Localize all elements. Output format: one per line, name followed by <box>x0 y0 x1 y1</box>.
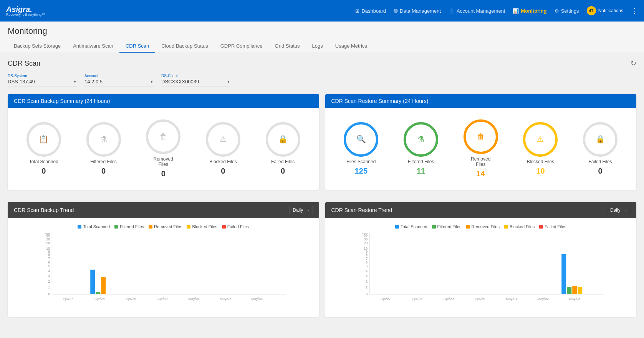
removed-icon: 🗑 <box>159 132 167 141</box>
legend-filtered-files: Filtered Files <box>114 224 144 229</box>
restore-chart-svg: 0 1 2 3 4 5 6 7 8 9 10 20 30 60 <box>331 233 631 310</box>
restore-scanned-label: Files Scanned <box>346 159 376 164</box>
backup-blocked-label: Blocked Files <box>209 159 237 164</box>
nav-monitoring[interactable]: 📊 Monitoring <box>513 8 546 14</box>
legend-total-scanned: Total Scanned <box>78 224 110 229</box>
notifications-area[interactable]: 47 Notifications <box>587 6 623 15</box>
backup-failed-value: 0 <box>281 167 285 176</box>
nav-settings[interactable]: ⚙ Settings <box>555 8 579 14</box>
backup-total-scanned-ring: 📋 <box>26 122 61 157</box>
ds-client-dropdown[interactable]: DSCXXXX00039 ▼ <box>161 79 230 86</box>
restore-summary-panel: CDR Scan Restore Summary (24 Hours) 🔍 Fi… <box>325 94 637 190</box>
restore-stat-circles: 🔍 Files Scanned 125 ⚗ Filtered Files 11 <box>331 116 631 182</box>
backup-filtered-ring: ⚗ <box>86 122 121 157</box>
account-management-icon: 👤 <box>449 8 455 14</box>
restore-trend-dropdown[interactable]: Daily <box>607 206 630 214</box>
svg-text:30: 30 <box>46 237 50 241</box>
svg-text:May/03: May/03 <box>569 297 580 301</box>
logo-subtitle: Recovery is Everything™ <box>6 13 45 17</box>
filtered-icon: ⚗ <box>100 134 107 144</box>
svg-text:Apr/29: Apr/29 <box>126 297 136 301</box>
backup-blocked-files: ⚠ Blocked Files 0 <box>206 122 240 176</box>
tab-antimalware-scan[interactable]: Antimalware Scan <box>67 40 119 53</box>
backup-trend-dropdown[interactable]: Daily <box>290 206 313 214</box>
svg-text:5: 5 <box>366 264 368 268</box>
tab-bar: Backup Sets Storage Antimalware Scan CDR… <box>8 40 636 53</box>
nav-account-management[interactable]: 👤 Account Management <box>449 8 505 14</box>
svg-text:0: 0 <box>366 292 368 296</box>
main-content: CDR Scan ↻ DS-System DSS-137.49 ▼ Accoun… <box>0 53 644 323</box>
nav-links: ⊞ Dashboard ⛃ Data Management 👤 Account … <box>355 6 638 15</box>
svg-text:May/01: May/01 <box>506 297 517 301</box>
cdr-scan-header: CDR Scan ↻ <box>8 59 636 68</box>
backup-trend-header: CDR Scan Backup Trend Daily <box>8 202 319 218</box>
svg-text:6: 6 <box>366 260 368 264</box>
ds-client-selector: DS-Client DSCXXXX00039 ▼ <box>161 74 230 86</box>
restore-trend-title: CDR Scan Restore Trend <box>331 207 392 213</box>
total-scanned-icon: 📋 <box>39 134 48 144</box>
ds-client-arrow-icon: ▼ <box>227 80 230 84</box>
svg-text:3: 3 <box>48 274 50 278</box>
tab-gdpr-compliance[interactable]: GDPR Compliance <box>214 40 269 53</box>
restore-trend-body: Total Scanned Filtered Files Removed Fil… <box>325 218 637 317</box>
restore-trend-header: CDR Scan Restore Trend Daily <box>325 202 637 218</box>
nav-dashboard[interactable]: ⊞ Dashboard <box>355 8 386 14</box>
restore-removed-files: 🗑 Removed Files 14 <box>464 119 498 178</box>
restore-failed-value: 0 <box>598 167 603 176</box>
tab-grid-status[interactable]: Grid Status <box>269 40 306 53</box>
backup-filtered-value: 0 <box>101 167 106 176</box>
backup-total-scanned-label: Total Scanned <box>29 159 58 164</box>
backup-trend-legend: Total Scanned Filtered Files Removed Fil… <box>14 224 313 229</box>
restore-removed-value: 14 <box>477 169 485 178</box>
backup-trend-panel: CDR Scan Backup Trend Daily Total Scanne… <box>8 202 319 317</box>
ds-system-dropdown[interactable]: DSS-137.49 ▼ <box>8 79 77 86</box>
data-management-icon: ⛃ <box>394 8 398 14</box>
svg-text:1: 1 <box>48 285 50 289</box>
more-menu-icon[interactable]: ⋮ <box>631 7 638 15</box>
svg-text:1: 1 <box>366 285 368 289</box>
restore-files-scanned: 🔍 Files Scanned 125 <box>344 122 378 176</box>
backup-blocked-ring: ⚠ <box>206 122 240 157</box>
svg-text:May/01: May/01 <box>188 297 200 301</box>
restore-trend-legend: Total Scanned Filtered Files Removed Fil… <box>331 224 631 229</box>
selectors-row: DS-System DSS-137.49 ▼ Account 14.2.0.5 … <box>8 74 636 86</box>
dashboard-icon: ⊞ <box>355 8 359 14</box>
restore-blocked-label: Blocked Files <box>527 159 554 164</box>
legend-dot-red <box>222 225 226 229</box>
restore-failed-files: 🔒 Failed Files 0 <box>583 122 618 176</box>
svg-text:5: 5 <box>48 264 50 268</box>
restore-blocked-files: ⚠ Blocked Files 10 <box>523 122 558 176</box>
svg-text:Apr/27: Apr/27 <box>63 297 73 301</box>
restore-legend-failed-files: Failed Files <box>539 224 566 229</box>
restore-bar-total-scanned <box>561 254 566 294</box>
notifications-label: Notifications <box>598 8 623 13</box>
backup-trend-chart: 0 1 2 3 4 5 6 7 8 9 10 20 30 60 <box>14 233 313 311</box>
svg-text:Apr/28: Apr/28 <box>94 297 105 301</box>
account-selector: Account 14.2.0.5 ▼ <box>84 74 154 86</box>
tab-cloud-backup-status[interactable]: Cloud Backup Status <box>155 40 214 53</box>
svg-text:2: 2 <box>48 280 50 283</box>
backup-filtered-files: ⚗ Filtered Files 0 <box>86 122 121 176</box>
svg-text:2: 2 <box>366 280 368 283</box>
bar-removed <box>101 277 106 294</box>
notification-badge[interactable]: 47 <box>587 6 596 15</box>
tab-logs[interactable]: Logs <box>306 40 329 53</box>
restore-failed-label: Failed Files <box>588 159 612 164</box>
svg-text:100: 100 <box>44 233 50 235</box>
restore-failed-ring: 🔒 <box>583 122 618 157</box>
refresh-button[interactable]: ↻ <box>631 59 636 68</box>
account-dropdown[interactable]: 14.2.0.5 ▼ <box>84 79 154 86</box>
restore-bar-blocked <box>578 287 582 294</box>
backup-trend-title: CDR Scan Backup Trend <box>14 207 74 213</box>
legend-blocked-files: Blocked Files <box>187 224 217 229</box>
svg-text:Apr/30: Apr/30 <box>475 297 485 301</box>
backup-total-scanned-value: 0 <box>41 167 46 176</box>
tab-usage-metrics[interactable]: Usage Metrics <box>329 40 373 53</box>
restore-legend-total-scanned: Total Scanned <box>395 224 427 229</box>
tab-cdr-scan[interactable]: CDR Scan <box>119 40 155 53</box>
tab-backup-sets-storage[interactable]: Backup Sets Storage <box>8 40 67 53</box>
restore-legend-removed-files: Removed Files <box>466 224 500 229</box>
restore-legend-dot-green <box>432 225 436 229</box>
backup-chart-svg: 0 1 2 3 4 5 6 7 8 9 10 20 30 60 <box>14 233 313 310</box>
nav-data-management[interactable]: ⛃ Data Management <box>394 8 441 14</box>
